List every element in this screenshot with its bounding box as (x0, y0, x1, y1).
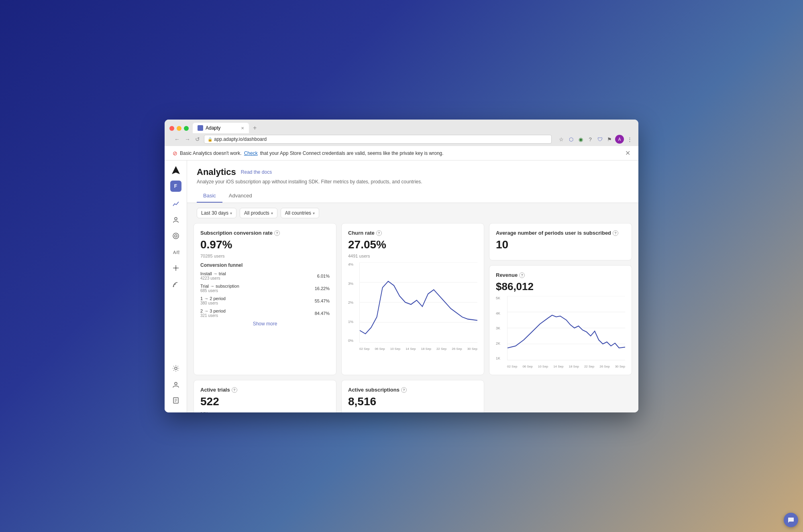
refresh-button[interactable]: ↺ (194, 135, 202, 143)
conversion-rate-title: Subscription conversion rate (200, 230, 273, 236)
funnel-title: Conversion funnel (200, 262, 330, 268)
svg-point-2 (175, 235, 177, 237)
active-trials-value: 522 (200, 395, 330, 408)
bottom-right-spacer (489, 380, 632, 412)
chevron-down-icon-3: ▾ (313, 211, 315, 215)
svg-point-6 (175, 367, 177, 370)
bookmark-icon[interactable]: ☆ (557, 135, 565, 143)
avg-periods-value: 10 (496, 238, 625, 251)
right-column: Average number of periods user is subscr… (489, 223, 632, 375)
sidebar-item-users[interactable] (169, 213, 183, 227)
filters-row: Last 30 days ▾ All products ▾ All countr… (187, 203, 638, 223)
churn-rate-users: 4491 users (348, 254, 477, 258)
conversion-rate-help-icon[interactable]: ? (274, 230, 280, 236)
churn-chart-area (359, 262, 477, 343)
new-tab-button[interactable]: + (250, 123, 260, 133)
forward-button[interactable]: → (183, 135, 192, 143)
sidebar-item-account[interactable] (169, 377, 183, 392)
svg-point-5 (173, 286, 174, 287)
tab-close-button[interactable]: ✕ (241, 126, 244, 130)
extension-icon-2[interactable]: ◉ (577, 135, 585, 143)
sidebar-item-integrations[interactable] (169, 261, 183, 275)
user-avatar[interactable]: F (170, 181, 181, 192)
churn-y-labels: 4% 3% 2% 1% 0% (348, 262, 359, 343)
page-subtitle: Analyze your iOS subscription app withou… (197, 179, 629, 185)
revenue-chart: 5K 4K 3K 2K 1K (496, 296, 625, 368)
top-cards: Subscription conversion rate ? 0.97% 702… (187, 223, 638, 380)
traffic-light-yellow[interactable] (177, 126, 181, 131)
tab-advanced[interactable]: Advanced (222, 189, 259, 203)
sidebar-item-experiments[interactable]: A/B (169, 245, 183, 259)
churn-rate-help-icon[interactable]: ? (376, 230, 382, 236)
sidebar-item-settings[interactable] (169, 361, 183, 376)
countries-filter[interactable]: All countries ▾ (281, 208, 319, 218)
tab-basic[interactable]: Basic (197, 189, 222, 203)
help-icon[interactable]: ? (586, 135, 594, 143)
alert-bar: ⊘ Basic Analytics doesn't work. Check th… (165, 146, 638, 160)
svg-point-1 (173, 233, 179, 239)
conversion-rate-card: Subscription conversion rate ? 0.97% 702… (194, 223, 336, 375)
conversion-rate-users: 70285 users (200, 254, 330, 258)
traffic-light-green[interactable] (184, 126, 189, 131)
back-button[interactable]: ← (173, 135, 181, 143)
read-docs-link[interactable]: Read the docs (241, 169, 272, 175)
svg-point-7 (175, 382, 177, 385)
browser-tab[interactable]: Adapty ✕ (193, 123, 249, 133)
chevron-down-icon: ▾ (230, 211, 232, 215)
tab-title: Adapty (206, 125, 220, 131)
active-trials-card: Active trials ? 522 2.5K (194, 380, 336, 412)
revenue-help-icon[interactable]: ? (519, 272, 525, 278)
page-title: Analytics (197, 167, 236, 177)
alert-close-button[interactable]: ✕ (625, 149, 630, 157)
sidebar-item-analytics[interactable] (169, 197, 183, 211)
active-subscriptions-help-icon[interactable]: ? (401, 387, 407, 393)
y-label-1: 1% (348, 320, 359, 324)
conversion-rate-value: 0.97% (200, 238, 330, 251)
revenue-card: Revenue ? $86,012 5K 4K 3K 2K (489, 265, 632, 375)
active-subscriptions-value: 8,516 (348, 395, 477, 408)
sidebar-item-ab-test[interactable] (169, 229, 183, 243)
funnel-item-2: Trial → subscription 685 users 16.22% (200, 284, 330, 293)
page-header: Analytics Read the docs Analyze your iOS… (187, 160, 638, 203)
alert-check-link[interactable]: Check (244, 150, 258, 156)
svg-point-4 (175, 267, 177, 269)
tabs-row: Basic Advanced (197, 189, 629, 203)
flag-icon[interactable]: ⚑ (605, 135, 613, 143)
active-trials-chart-max: 2.5K (200, 411, 208, 412)
revenue-value: $86,012 (496, 280, 625, 293)
revenue-y-labels: 5K 4K 3K 2K 1K (496, 296, 507, 360)
active-subscriptions-card: Active subscriptions ? 8,516 (341, 380, 484, 412)
avg-periods-title: Average number of periods user is subscr… (496, 230, 611, 236)
active-trials-chart: 2.5K (200, 411, 330, 412)
profile-avatar[interactable]: A (615, 135, 624, 144)
svg-text:A/B: A/B (173, 250, 179, 255)
funnel-item-4: 2 → 3 period 321 users 84.47% (200, 309, 330, 318)
sidebar-item-feeds[interactable] (169, 277, 183, 291)
chevron-down-icon-2: ▾ (271, 211, 273, 215)
active-subscriptions-title: Active subscriptions (348, 387, 399, 393)
funnel-item-3: 1 → 2 period 380 users 55.47% (200, 296, 330, 305)
y-label-0: 0% (348, 339, 359, 343)
churn-rate-card: Churn rate ? 27.05% 4491 users 4% 3% 2% … (341, 223, 484, 375)
date-range-filter[interactable]: Last 30 days ▾ (197, 208, 236, 218)
alert-message: Basic Analytics doesn't work. (180, 150, 242, 156)
avg-periods-help-icon[interactable]: ? (613, 230, 618, 236)
address-bar-url[interactable]: app.adapty.io/dashboard (214, 136, 548, 142)
main-content: Analytics Read the docs Analyze your iOS… (187, 160, 638, 412)
sidebar-item-docs[interactable] (169, 393, 183, 408)
alert-error-icon: ⊘ (173, 150, 177, 156)
shield-icon[interactable]: 🛡 (596, 135, 604, 143)
svg-point-0 (175, 217, 177, 220)
churn-rate-value: 27.05% (348, 238, 477, 251)
products-filter[interactable]: All products ▾ (240, 208, 277, 218)
avg-periods-card: Average number of periods user is subscr… (489, 223, 632, 260)
active-trials-help-icon[interactable]: ? (232, 387, 237, 393)
funnel-item-1: Install → trial 4223 users 6.01% (200, 271, 330, 280)
menu-icon[interactable]: ⋮ (626, 135, 634, 143)
extension-icon-1[interactable]: ⬡ (567, 135, 575, 143)
churn-x-labels: 02 Sep 06 Sep 10 Sep 14 Sep 18 Sep 22 Se… (359, 347, 477, 351)
show-more-button[interactable]: Show more (200, 321, 330, 327)
traffic-light-red[interactable] (169, 126, 174, 131)
bottom-cards: Active trials ? 522 2.5K (187, 380, 638, 412)
active-trials-title: Active trials (200, 387, 230, 393)
